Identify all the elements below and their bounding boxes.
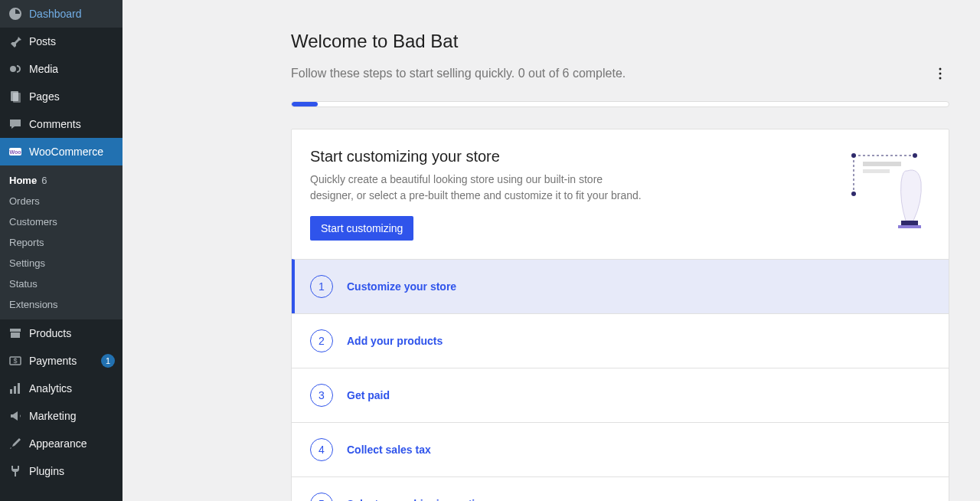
brush-icon bbox=[8, 436, 23, 451]
sidebar-item-media[interactable]: Media bbox=[0, 55, 122, 83]
sidebar-label: Comments bbox=[29, 118, 115, 130]
page-title: Welcome to Bad Bat bbox=[291, 31, 949, 52]
kebab-menu-button[interactable] bbox=[931, 64, 949, 83]
sidebar-label: Plugins bbox=[29, 465, 115, 477]
progress-fill bbox=[292, 102, 318, 106]
sidebar-label: WooCommerce bbox=[29, 146, 115, 158]
svg-point-13 bbox=[939, 73, 942, 75]
svg-rect-11 bbox=[18, 383, 20, 394]
svg-rect-21 bbox=[863, 169, 890, 173]
svg-point-0 bbox=[10, 66, 16, 72]
svg-text:$: $ bbox=[13, 357, 17, 365]
sidebar-item-marketing[interactable]: Marketing bbox=[0, 402, 122, 430]
sidebar-item-payments[interactable]: $ Payments 1 bbox=[0, 347, 122, 375]
archive-icon bbox=[8, 326, 23, 341]
sidebar-item-appearance[interactable]: Appearance bbox=[0, 430, 122, 457]
step-number: 5 bbox=[310, 493, 333, 501]
sidebar-label: Posts bbox=[29, 35, 115, 47]
step-label: Get paid bbox=[347, 389, 390, 401]
svg-rect-6 bbox=[11, 332, 20, 338]
step-get-paid[interactable]: 3 Get paid bbox=[292, 368, 949, 422]
card-header: Start customizing your store Quickly cre… bbox=[292, 129, 949, 259]
submenu-label: Customers bbox=[9, 216, 57, 228]
step-number: 2 bbox=[310, 329, 333, 352]
step-add-products[interactable]: 2 Add your products bbox=[292, 313, 949, 368]
svg-point-14 bbox=[939, 77, 942, 80]
submenu-item-reports[interactable]: Reports bbox=[0, 232, 122, 253]
svg-rect-5 bbox=[10, 329, 21, 332]
card-description: Quickly create a beautiful looking store… bbox=[310, 172, 647, 204]
sidebar-label: Dashboard bbox=[29, 8, 115, 20]
pages-icon bbox=[8, 89, 23, 104]
submenu-label: Reports bbox=[9, 237, 44, 248]
submenu-item-settings[interactable]: Settings bbox=[0, 253, 122, 273]
start-customizing-button[interactable]: Start customizing bbox=[310, 216, 413, 241]
sidebar-item-dashboard[interactable]: Dashboard bbox=[0, 0, 122, 28]
submenu-label: Orders bbox=[9, 195, 40, 207]
setup-card: Start customizing your store Quickly cre… bbox=[291, 129, 949, 501]
submenu-label: Extensions bbox=[9, 299, 58, 310]
sidebar-label: Analytics bbox=[29, 382, 115, 395]
sidebar-label: Appearance bbox=[29, 437, 115, 450]
step-label: Select your shipping options bbox=[347, 498, 494, 501]
sidebar-item-plugins[interactable]: Plugins bbox=[0, 457, 122, 485]
submenu-item-home[interactable]: Home 6 bbox=[0, 170, 122, 191]
chart-icon bbox=[8, 381, 23, 396]
more-vertical-icon bbox=[933, 66, 948, 81]
megaphone-icon bbox=[8, 408, 23, 424]
comment-icon bbox=[8, 116, 23, 132]
submenu-item-orders[interactable]: Orders bbox=[0, 191, 122, 211]
admin-sidebar: Dashboard Posts Media Pages Comments Woo… bbox=[0, 0, 122, 501]
step-number: 1 bbox=[310, 275, 333, 298]
submenu-label: Settings bbox=[9, 257, 45, 269]
sidebar-label: Pages bbox=[29, 90, 115, 103]
payments-badge: 1 bbox=[101, 354, 115, 368]
dashboard-icon bbox=[8, 6, 23, 21]
submenu-item-extensions[interactable]: Extensions bbox=[0, 294, 122, 315]
svg-text:Woo: Woo bbox=[9, 149, 21, 155]
step-number: 3 bbox=[310, 384, 333, 407]
setup-progress-bar bbox=[291, 101, 949, 107]
svg-rect-10 bbox=[14, 386, 16, 394]
step-label: Add your products bbox=[347, 335, 443, 347]
sidebar-item-products[interactable]: Products bbox=[0, 319, 122, 347]
svg-point-12 bbox=[939, 68, 942, 70]
sidebar-item-woocommerce[interactable]: Woo WooCommerce bbox=[0, 138, 122, 165]
plug-icon bbox=[8, 463, 23, 479]
svg-rect-20 bbox=[863, 162, 901, 166]
payments-icon: $ bbox=[8, 353, 23, 368]
step-number: 4 bbox=[310, 438, 333, 461]
main-content: Welcome to Bad Bat Follow these steps to… bbox=[122, 0, 980, 501]
sidebar-item-pages[interactable]: Pages bbox=[0, 83, 122, 110]
woocommerce-icon: Woo bbox=[8, 144, 23, 159]
step-shipping-options[interactable]: 5 Select your shipping options bbox=[292, 476, 949, 501]
sidebar-label: Products bbox=[29, 327, 115, 339]
step-customize-store[interactable]: 1 Customize your store bbox=[292, 259, 949, 313]
progress-subtitle: Follow these steps to start selling quic… bbox=[291, 67, 626, 80]
subtitle-row: Follow these steps to start selling quic… bbox=[291, 64, 949, 83]
step-label: Customize your store bbox=[347, 280, 456, 293]
svg-rect-2 bbox=[13, 93, 21, 103]
sidebar-item-analytics[interactable]: Analytics bbox=[0, 375, 122, 402]
submenu-label: Status bbox=[9, 278, 38, 290]
sidebar-label: Marketing bbox=[29, 410, 115, 422]
step-collect-tax[interactable]: 4 Collect sales tax bbox=[292, 422, 949, 476]
svg-rect-22 bbox=[901, 221, 918, 225]
media-icon bbox=[8, 61, 23, 77]
sidebar-label: Payments bbox=[29, 355, 98, 367]
card-header-text: Start customizing your store Quickly cre… bbox=[310, 148, 828, 241]
woocommerce-submenu: Home 6 Orders Customers Reports Settings… bbox=[0, 165, 122, 319]
sidebar-item-posts[interactable]: Posts bbox=[0, 28, 122, 55]
submenu-label: Home bbox=[9, 175, 37, 186]
svg-rect-9 bbox=[10, 389, 12, 394]
submenu-item-customers[interactable]: Customers bbox=[0, 211, 122, 232]
step-label: Collect sales tax bbox=[347, 444, 431, 456]
submenu-count: 6 bbox=[41, 175, 47, 186]
pin-icon bbox=[8, 34, 23, 49]
card-title: Start customizing your store bbox=[310, 148, 828, 165]
customize-illustration bbox=[846, 148, 930, 232]
sidebar-item-comments[interactable]: Comments bbox=[0, 110, 122, 138]
setup-steps-list: 1 Customize your store 2 Add your produc… bbox=[292, 259, 949, 501]
svg-rect-23 bbox=[898, 225, 921, 228]
submenu-item-status[interactable]: Status bbox=[0, 273, 122, 294]
